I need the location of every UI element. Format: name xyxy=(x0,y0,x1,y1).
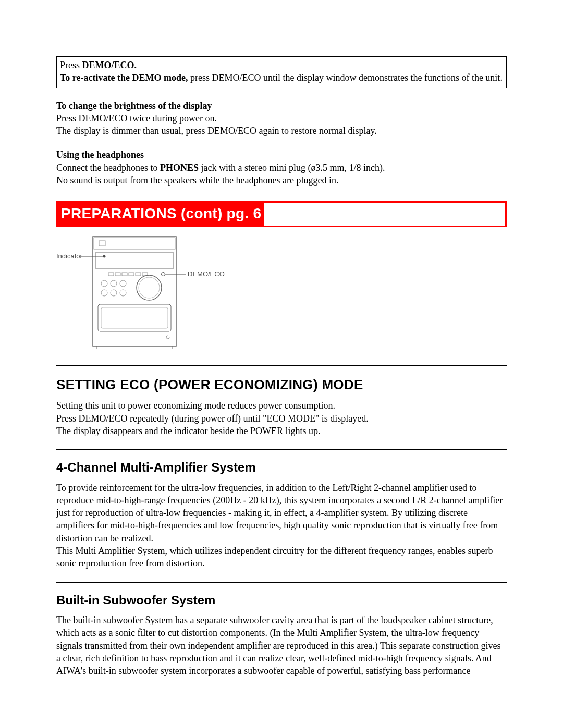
box-line-1b: DEMO/ECO. xyxy=(82,60,137,70)
headphones-header: Using the headphones xyxy=(56,149,507,161)
brightness-block: To change the brightness of the display … xyxy=(56,100,507,138)
svg-rect-6 xyxy=(115,273,120,276)
svg-rect-0 xyxy=(93,237,176,346)
box-line-2b: press DEMO/ECO until the display window … xyxy=(190,72,503,83)
headphones-block: Using the headphones Connect the headpho… xyxy=(56,149,507,187)
diagram-label-demoeco: DEMO/ECO xyxy=(188,270,225,278)
svg-rect-21 xyxy=(101,307,168,328)
headphones-l2: No sound is output from the speakers whi… xyxy=(56,174,507,187)
svg-point-18 xyxy=(137,275,162,300)
section-banner-label: PREPARATIONS (cont) pg. 6 xyxy=(58,203,264,226)
device-diagram: Indicator DEMO/ECO xyxy=(56,231,507,354)
headphones-l1a: Connect the headphones to xyxy=(56,163,160,173)
eco-l1: Setting this unit to power economizing m… xyxy=(56,399,507,412)
demo-eco-box: Press DEMO/ECO. To re-activate the DEMO … xyxy=(56,56,507,88)
page-container: Press DEMO/ECO. To re-activate the DEMO … xyxy=(0,0,563,709)
svg-point-19 xyxy=(139,277,160,298)
box-line-2: To re-activate the DEMO mode, press DEMO… xyxy=(60,71,503,84)
brightness-header: To change the brightness of the display xyxy=(56,100,507,112)
svg-point-16 xyxy=(111,290,117,296)
brightness-l1: Press DEMO/ECO twice during power on. xyxy=(56,112,507,125)
ch4-p2: This Multi Amplifier System, which utili… xyxy=(56,545,507,570)
headphones-l1b: PHONES xyxy=(160,163,199,173)
brightness-l2: The display is dimmer than usual, press … xyxy=(56,125,507,137)
eco-l3: The display disappears and the indicator… xyxy=(56,425,507,437)
eco-l2: Press DEMO/ECO repeatedly (during power … xyxy=(56,412,507,425)
box-line-2a: To re-activate the DEMO mode, xyxy=(60,72,190,83)
svg-rect-20 xyxy=(98,304,171,331)
svg-point-11 xyxy=(162,273,165,276)
box-line-1: Press DEMO/ECO. xyxy=(60,59,503,71)
svg-rect-3 xyxy=(96,252,173,269)
svg-point-14 xyxy=(120,280,126,287)
svg-rect-7 xyxy=(122,273,127,276)
svg-point-15 xyxy=(101,290,107,296)
box-line-1a: Press xyxy=(60,60,82,70)
eco-heading: SETTING ECO (POWER ECONOMIZING) MODE xyxy=(56,376,507,394)
headphones-l1: Connect the headphones to PHONES jack wi… xyxy=(56,162,507,174)
headphones-l1c: jack with a stereo mini plug (ø3.5 mm, 1… xyxy=(199,163,385,173)
diagram-label-indicator: Indicator xyxy=(56,252,83,260)
section-banner: PREPARATIONS (cont) pg. 6 xyxy=(56,201,507,227)
svg-point-17 xyxy=(120,290,126,296)
svg-rect-5 xyxy=(108,273,114,276)
svg-point-13 xyxy=(111,280,117,287)
svg-rect-1 xyxy=(94,238,175,249)
svg-point-22 xyxy=(166,336,169,339)
sub-p: The built-in subwoofer System has a sepa… xyxy=(56,614,507,677)
rule-1 xyxy=(56,365,507,366)
rule-3 xyxy=(56,582,507,583)
svg-rect-2 xyxy=(99,241,105,246)
svg-rect-8 xyxy=(129,273,134,276)
sub-heading: Built-in Subwoofer System xyxy=(56,592,507,609)
rule-2 xyxy=(56,449,507,450)
ch4-p1: To provide reinforcement for the ultra-l… xyxy=(56,482,507,545)
svg-rect-9 xyxy=(136,273,141,276)
ch4-heading: 4-Channel Multi-Amplifier System xyxy=(56,459,507,476)
svg-point-12 xyxy=(101,280,107,287)
